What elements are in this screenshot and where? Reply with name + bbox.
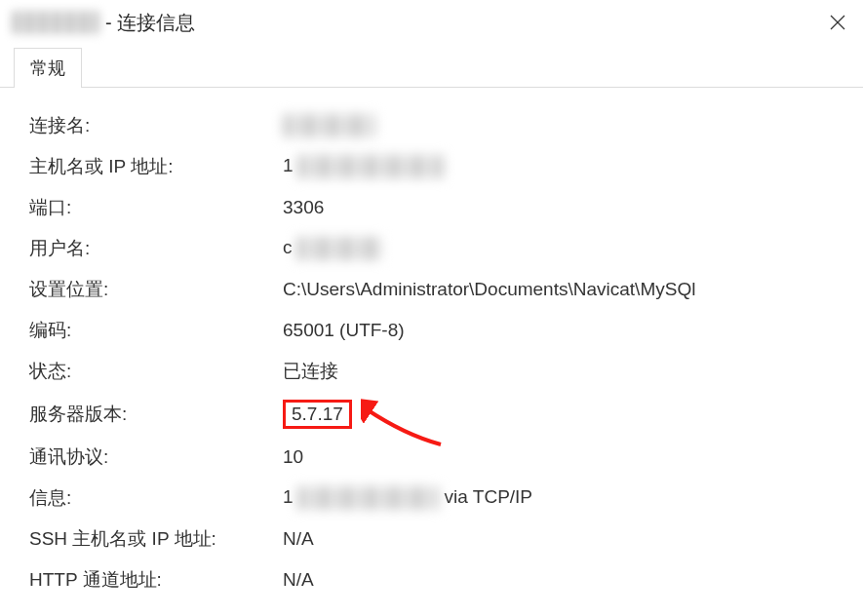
row-host: 主机名或 IP 地址: 1 xyxy=(29,146,838,187)
content-panel: 连接名: 主机名或 IP 地址: 1 端口: 3306 用户名: c 设置位置:… xyxy=(0,88,863,600)
obscured-value xyxy=(296,237,382,260)
value-protocol: 10 xyxy=(283,446,303,468)
server-version-text: 5.7.17 xyxy=(292,404,343,424)
label-encoding: 编码: xyxy=(29,318,283,343)
title-suffix: - 连接信息 xyxy=(105,10,195,36)
value-server-version: 5.7.17 xyxy=(283,400,352,429)
row-connection-name: 连接名: xyxy=(29,105,838,146)
close-button[interactable] xyxy=(826,11,849,34)
title-obfuscated-name xyxy=(12,11,99,34)
row-port: 端口: 3306 xyxy=(29,187,838,228)
titlebar: - 连接信息 xyxy=(0,0,863,45)
host-prefix: 1 xyxy=(283,155,294,175)
tab-general[interactable]: 常规 xyxy=(14,48,82,88)
row-info: 信息: 1via TCP/IP xyxy=(29,478,838,519)
user-prefix: c xyxy=(283,237,293,257)
value-info: 1via TCP/IP xyxy=(283,486,532,510)
label-info: 信息: xyxy=(29,485,283,511)
highlight-box: 5.7.17 xyxy=(283,400,352,429)
label-status: 状态: xyxy=(29,359,283,384)
label-port: 端口: xyxy=(29,195,283,220)
value-host: 1 xyxy=(283,155,444,178)
row-encoding: 编码: 65001 (UTF-8) xyxy=(29,310,838,351)
label-host: 主机名或 IP 地址: xyxy=(29,154,283,179)
value-status: 已连接 xyxy=(283,359,338,384)
row-settings-location: 设置位置: C:\Users\Administrator\Documents\N… xyxy=(29,269,838,310)
window-title: - 连接信息 xyxy=(12,10,195,36)
label-http-tunnel: HTTP 通道地址: xyxy=(29,567,283,593)
label-server-version: 服务器版本: xyxy=(29,402,283,427)
label-protocol: 通讯协议: xyxy=(29,444,283,470)
obscured-value xyxy=(297,486,439,510)
row-protocol: 通讯协议: 10 xyxy=(29,437,838,478)
value-connection-name xyxy=(283,114,375,137)
row-http-tunnel: HTTP 通道地址: N/A xyxy=(29,559,838,600)
value-ssh-host: N/A xyxy=(283,528,314,550)
info-prefix: 1 xyxy=(283,486,294,507)
label-ssh-host: SSH 主机名或 IP 地址: xyxy=(29,526,283,552)
label-username: 用户名: xyxy=(29,236,283,261)
row-ssh-host: SSH 主机名或 IP 地址: N/A xyxy=(29,519,838,559)
value-username: c xyxy=(283,237,382,260)
close-icon xyxy=(829,14,846,31)
value-http-tunnel: N/A xyxy=(283,569,314,591)
row-status: 状态: 已连接 xyxy=(29,351,838,392)
value-port: 3306 xyxy=(283,197,324,218)
obscured-value xyxy=(283,114,375,137)
obscured-value xyxy=(297,155,444,178)
label-settings-location: 设置位置: xyxy=(29,277,283,302)
value-settings-location: C:\Users\Administrator\Documents\Navicat… xyxy=(283,279,695,300)
info-suffix: via TCP/IP xyxy=(445,486,532,507)
row-server-version: 服务器版本: 5.7.17 xyxy=(29,392,838,437)
label-connection-name: 连接名: xyxy=(29,113,283,138)
row-username: 用户名: c xyxy=(29,228,838,269)
value-encoding: 65001 (UTF-8) xyxy=(283,320,405,341)
tab-bar: 常规 xyxy=(0,45,863,88)
